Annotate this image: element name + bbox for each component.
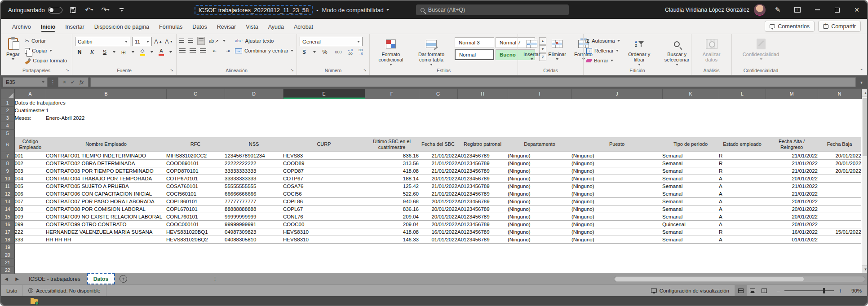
cell-D7[interactable]: 12345678901234	[225, 152, 283, 159]
column-header-K[interactable]: K	[662, 89, 719, 99]
cancel-button[interactable]: ×	[63, 79, 66, 85]
cell-F5[interactable]	[365, 129, 419, 137]
cell-C4[interactable]	[166, 122, 225, 129]
cell-G17[interactable]: 16/01/2022	[419, 228, 457, 236]
cell-K7[interactable]: Semanal	[662, 152, 719, 159]
cut-button[interactable]: ✂Cortar	[25, 36, 67, 46]
cell-K20[interactable]	[662, 251, 719, 258]
borders-button[interactable]: ⊞	[119, 48, 128, 57]
style-normal[interactable]: Normal	[455, 49, 494, 60]
row-header-6[interactable]: 6	[1, 137, 14, 152]
cell-M18[interactable]: 01/01/2022	[766, 236, 818, 243]
cell-M22[interactable]	[766, 266, 818, 274]
cell-B7[interactable]: CONTRATO01 TIEMPO INDETERMINADO	[46, 152, 166, 159]
cell-I11[interactable]: (Ninguno)	[508, 182, 571, 190]
tab-archivo[interactable]: Archivo	[7, 20, 36, 33]
cell-E3[interactable]	[283, 114, 365, 122]
cell-K8[interactable]: Semanal	[662, 159, 719, 167]
cell-H1[interactable]	[457, 99, 508, 106]
scrollbar-thumb[interactable]	[863, 98, 868, 156]
font-color-button[interactable]: A	[157, 48, 166, 57]
cell-C20[interactable]	[166, 251, 225, 258]
row-header-17[interactable]: 17	[1, 228, 14, 236]
cell-K13[interactable]: Semanal	[662, 197, 719, 205]
row-header-9[interactable]: 9	[1, 167, 14, 175]
cell-K4[interactable]	[662, 122, 719, 129]
cell-C12[interactable]: COCI560101	[166, 190, 225, 197]
cell-K15[interactable]: Semanal	[662, 213, 719, 220]
cell-D3[interactable]	[225, 114, 283, 122]
cell-A18[interactable]: 333	[14, 236, 46, 243]
cell-C14[interactable]: COPL670101	[166, 205, 225, 213]
normal-view-button[interactable]	[735, 285, 747, 296]
increase-font-button[interactable]: A▲	[154, 37, 163, 46]
cell-L6[interactable]: Estado empleado	[719, 137, 766, 152]
cell-J22[interactable]	[571, 266, 662, 274]
cell-C22[interactable]	[166, 266, 225, 274]
align-top-button[interactable]	[179, 39, 184, 43]
file-name[interactable]: ICSOE trabajadores_20220812_11_23_58	[195, 5, 313, 15]
cell-E15[interactable]: CONL76	[283, 213, 365, 220]
cell-M2[interactable]	[766, 106, 818, 114]
currency-format-button[interactable]: $	[300, 48, 309, 57]
scroll-up-button[interactable]: ▲	[862, 89, 868, 97]
cell-J1[interactable]	[571, 99, 662, 106]
cell-N6[interactable]: Fecha Baja	[818, 137, 861, 152]
cell-B21[interactable]	[46, 258, 166, 266]
cell-D22[interactable]	[225, 266, 283, 274]
cell-G3[interactable]	[419, 114, 457, 122]
cell-C3[interactable]	[166, 114, 225, 122]
cell-B16[interactable]: CONTRATO99 OTRO CONTRATO	[46, 220, 166, 228]
cell-E1[interactable]	[283, 99, 365, 106]
cell-I17[interactable]: (Ninguno)	[508, 228, 571, 236]
column-header-J[interactable]: J	[571, 89, 662, 99]
delete-cells-button[interactable]: Eliminar	[545, 36, 569, 62]
cell-C16[interactable]: COOC000101	[166, 220, 225, 228]
cell-G9[interactable]: 21/01/2022	[419, 167, 457, 175]
cell-E22[interactable]	[283, 266, 365, 274]
cell-G20[interactable]	[419, 251, 457, 258]
cell-E19[interactable]	[283, 243, 365, 251]
cell-N18[interactable]	[818, 236, 861, 243]
cell-J3[interactable]	[571, 114, 662, 122]
cell-N5[interactable]	[818, 129, 861, 137]
minimize-button[interactable]	[810, 4, 825, 16]
cell-F7[interactable]: 836.16	[365, 152, 419, 159]
cell-J11[interactable]: (Ninguno)	[571, 182, 662, 190]
zoom-out-button[interactable]: −	[775, 287, 781, 294]
cell-N2[interactable]	[818, 106, 861, 114]
cell-H9[interactable]: A0123456789	[457, 167, 508, 175]
cell-K10[interactable]: Semanal	[662, 175, 719, 182]
cell-E7[interactable]: HEVS83	[283, 152, 365, 159]
row-header-4[interactable]: 4	[1, 122, 14, 129]
cell-C17[interactable]: HEVS831020BQ1	[166, 228, 225, 236]
cell-G22[interactable]	[419, 266, 457, 274]
select-all-button[interactable]	[1, 89, 14, 99]
cell-K18[interactable]: Semanal	[662, 236, 719, 243]
cell-I12[interactable]: (Ninguno)	[508, 190, 571, 197]
cell-A4[interactable]	[14, 122, 46, 129]
cell-J12[interactable]: (Ninguno)	[571, 190, 662, 197]
column-header-D[interactable]: D	[225, 89, 283, 99]
cell-H12[interactable]: A0123456789	[457, 190, 508, 197]
cell-J2[interactable]	[571, 106, 662, 114]
cell-A14[interactable]: 008	[14, 205, 46, 213]
cell-G2[interactable]	[419, 106, 457, 114]
cell-J14[interactable]: (Ninguno)	[571, 205, 662, 213]
column-header-I[interactable]: I	[508, 89, 571, 99]
fill-button[interactable]: ↓Rellenar	[586, 46, 620, 56]
merge-center-button[interactable]: ↔Combinar y centrar	[235, 46, 293, 56]
cell-F18[interactable]: 146.33	[365, 236, 419, 243]
editing-pen-icon[interactable]: ✎	[770, 4, 785, 16]
zoom-slider-thumb[interactable]	[823, 288, 825, 293]
sensitivity-button[interactable]: Confidencialidad	[740, 36, 782, 62]
cell-J7[interactable]: (Ninguno)	[571, 152, 662, 159]
cell-N3[interactable]	[818, 114, 861, 122]
cell-I6[interactable]: Departamento	[508, 137, 571, 152]
sheet-tab-icsoe-trabajadores[interactable]: ICSOE - trabajadores	[22, 273, 87, 284]
cell-H16[interactable]: A0123456789	[457, 220, 508, 228]
sort-filter-button[interactable]: AZ Ordenar y filtrar	[623, 36, 656, 67]
percent-format-button[interactable]: %	[320, 48, 329, 57]
cell-I14[interactable]: (Ninguno)	[508, 205, 571, 213]
cell-H14[interactable]: A0123456789	[457, 205, 508, 213]
